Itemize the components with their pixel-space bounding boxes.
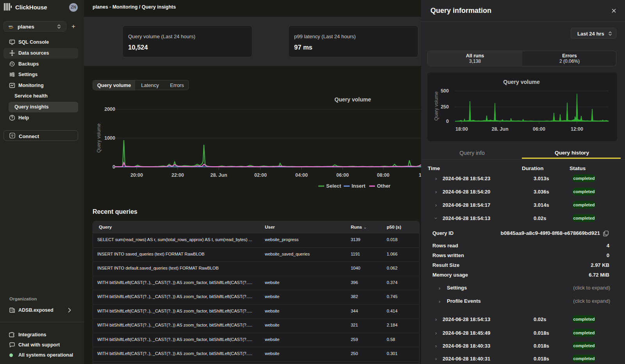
svg-text:20:00: 20:00 (130, 172, 143, 178)
svg-text:500: 500 (441, 88, 449, 94)
svg-text:28. Jun: 28. Jun (210, 172, 227, 178)
svg-text:02:00: 02:00 (254, 172, 267, 178)
svg-text:Query volume: Query volume (503, 79, 540, 85)
svg-text:Select: Select (326, 183, 341, 189)
svg-text:250: 250 (441, 104, 449, 110)
svg-text:22:00: 22:00 (171, 172, 184, 178)
svg-text:06:00: 06:00 (533, 126, 545, 132)
svg-text:12:00: 12:00 (571, 126, 583, 132)
svg-text:04:00: 04:00 (295, 172, 308, 178)
svg-text:Query volume: Query volume (334, 96, 371, 103)
svg-text:1000: 1000 (104, 135, 115, 141)
svg-text:0: 0 (112, 164, 115, 170)
svg-text:Query volume: Query volume (434, 91, 439, 121)
svg-text:28. Jun: 28. Jun (491, 126, 508, 132)
svg-text:06:00: 06:00 (336, 172, 349, 178)
svg-text:0: 0 (446, 119, 449, 124)
svg-text:Query volume: Query volume (96, 123, 102, 153)
svg-text:aws: aws (9, 25, 12, 27)
svg-text:08:00: 08:00 (377, 172, 389, 178)
svg-text:18:00: 18:00 (455, 126, 468, 132)
svg-text:Insert: Insert (352, 183, 366, 189)
svg-text:Other: Other (377, 183, 391, 189)
svg-text:2000: 2000 (104, 107, 115, 112)
